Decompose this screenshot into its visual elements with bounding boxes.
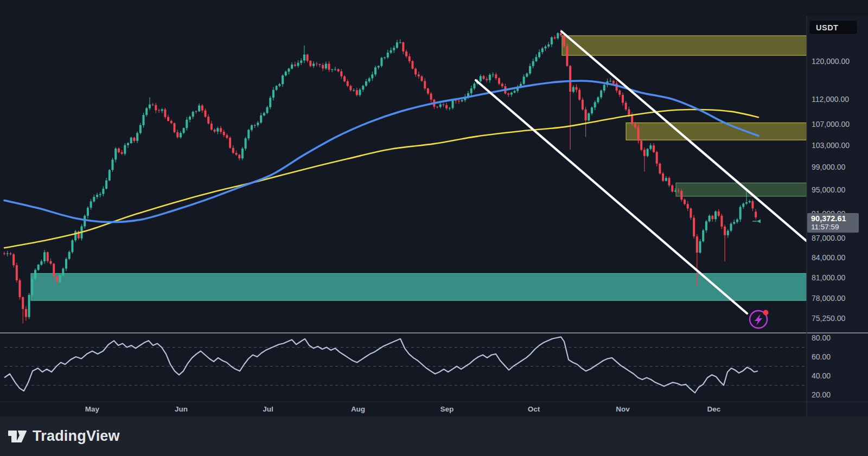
zone-supply-104-107[interactable] xyxy=(626,123,807,140)
price-tick-label: 112,000.00 xyxy=(812,95,849,104)
symbol-badge[interactable]: USDT xyxy=(809,20,858,35)
month-label-Jul: Jul xyxy=(263,405,273,413)
price-tick-label: 75,250.00 xyxy=(812,314,845,323)
last-price-countdown: 11:57:59 xyxy=(811,223,859,231)
chart-background xyxy=(0,0,868,456)
price-tick-label: 78,000.00 xyxy=(812,294,845,303)
rsi-tick-label: 40.00 xyxy=(812,371,831,380)
price-tick-label: 103,000.00 xyxy=(812,141,850,150)
month-label-Dec: Dec xyxy=(707,405,721,413)
chart-svg[interactable]: 120,000.00112,000.00107,000.00103,000.00… xyxy=(0,0,868,456)
rsi-tick-label: 80.00 xyxy=(812,333,831,342)
zone-demand-78-81[interactable] xyxy=(31,273,807,300)
rsi-tick-label: 60.00 xyxy=(812,352,831,361)
month-label-Jun: Jun xyxy=(175,405,188,413)
price-tick-label: 84,000.00 xyxy=(812,253,845,262)
chart-canvas[interactable]: 120,000.00112,000.00107,000.00103,000.00… xyxy=(0,0,868,456)
month-label-Sep: Sep xyxy=(441,405,454,413)
month-label-Nov: Nov xyxy=(616,405,630,413)
month-label-Aug: Aug xyxy=(351,405,365,413)
price-tick-label: 120,000.00 xyxy=(812,57,850,66)
price-tick-label: 107,000.00 xyxy=(812,120,850,129)
last-price-label: 90,372.61 11:57:59 xyxy=(807,213,859,233)
footer: TradingView xyxy=(0,416,868,456)
tradingview-logo-text: TradingView xyxy=(33,428,120,445)
zone-ath-supply[interactable] xyxy=(562,36,807,55)
last-price-value: 90,372.61 xyxy=(811,214,859,223)
price-tick-label: 99,000.00 xyxy=(812,163,845,171)
price-tick-label: 81,000.00 xyxy=(812,273,845,282)
rsi-tick-label: 20.00 xyxy=(812,390,831,399)
month-label-May: May xyxy=(85,405,100,413)
month-label-Oct: Oct xyxy=(528,405,540,413)
symbol-badge-label: USDT xyxy=(816,23,838,32)
price-tick-label: 95,000.00 xyxy=(812,185,845,194)
tradingview-logo-icon xyxy=(8,429,27,444)
tradingview-logo[interactable]: TradingView xyxy=(8,428,120,445)
notification-dot xyxy=(763,310,769,316)
price-tick-label: 87,000.00 xyxy=(812,234,845,242)
